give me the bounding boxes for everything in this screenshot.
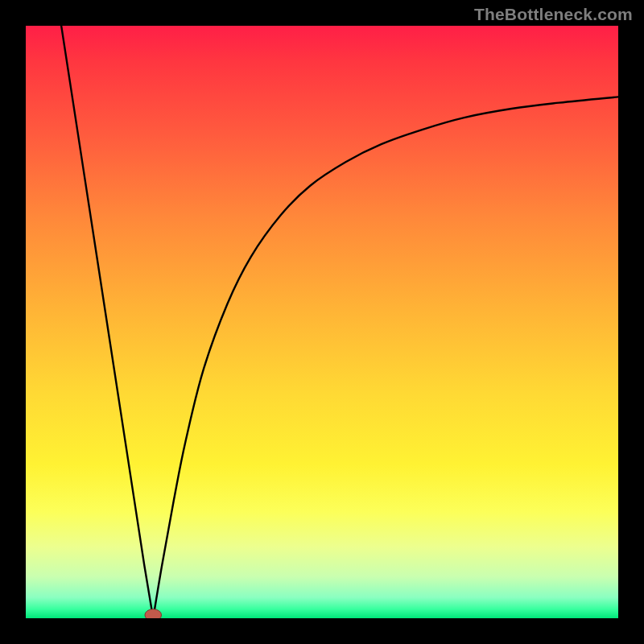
curve-right-branch — [153, 97, 618, 618]
plot-area — [26, 26, 618, 618]
chart-frame: TheBottleneck.com — [0, 0, 644, 644]
watermark-text: TheBottleneck.com — [474, 5, 633, 24]
curve-svg — [26, 26, 618, 618]
minimum-marker — [145, 609, 162, 618]
curve-left-branch — [61, 26, 153, 618]
